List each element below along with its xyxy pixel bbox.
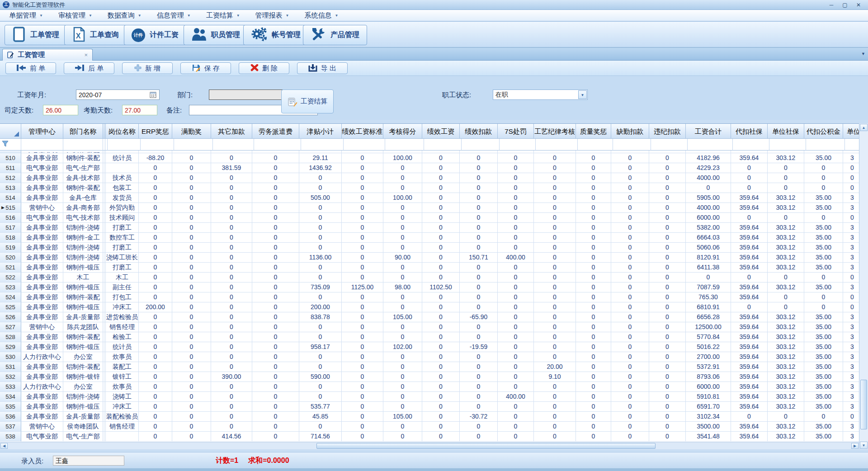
row-number-cell[interactable]: 521 <box>0 263 21 273</box>
table-row[interactable]: 513金具事业部钢制件-装配包装工0000000000000000000 <box>0 183 859 193</box>
column-header-11[interactable]: 考核得分 <box>383 124 422 139</box>
tab-salary-management[interactable]: 工资管理 × <box>2 49 93 61</box>
table-row[interactable]: 514金具事业部金具-仓库发货员0000505.000100.000000000… <box>0 193 859 203</box>
column-header-18[interactable]: 违纪扣款 <box>649 124 686 139</box>
filter-cell-12[interactable] <box>424 139 462 151</box>
menu-item-0[interactable]: 单据管理▼ <box>5 10 47 21</box>
table-row[interactable]: 526金具事业部金具-质量部进货检验员0000838.780105.000-65… <box>0 312 859 322</box>
horizontal-scrollbar[interactable]: ◀ ▶ <box>0 442 859 449</box>
row-number-cell[interactable]: 526 <box>0 312 21 322</box>
row-number-cell[interactable]: 537 <box>0 422 21 432</box>
row-number-cell[interactable]: 536 <box>0 412 21 422</box>
row-number-cell[interactable]: 520 <box>0 253 21 263</box>
toolbar-button-people[interactable]: 职员管理 <box>184 25 248 45</box>
table-row[interactable]: 520金具事业部铝制件-浇铸浇铸工班长00001136.00090.000150… <box>0 253 859 263</box>
row-number-cell[interactable]: 510 <box>0 153 21 163</box>
filter-cell-1[interactable] <box>63 139 103 151</box>
column-header-23[interactable]: 单位 <box>843 124 859 139</box>
table-row[interactable]: 531金具事业部铝制件-装配装配工000000000020.000005372.… <box>0 362 859 372</box>
column-header-12[interactable]: 绩效工资 <box>422 124 460 139</box>
table-row[interactable]: 512金具事业部金具-技术部技术员000000000000004000.0000… <box>0 173 859 183</box>
grid-corner-cell[interactable] <box>0 124 21 139</box>
filter-cell-16[interactable] <box>578 139 613 151</box>
scroll-down-icon[interactable]: ▼ <box>860 442 868 449</box>
menu-item-6[interactable]: 系统信息▼ <box>300 10 343 21</box>
table-row[interactable]: 537营销中心侯奇峰团队销售经理000000000000003500.00359… <box>0 422 859 432</box>
row-number-cell[interactable]: 524 <box>0 292 21 302</box>
tab-overflow-icon[interactable]: ▼ <box>861 52 865 56</box>
filter-cell-7[interactable] <box>213 139 254 151</box>
row-number-cell[interactable]: 534 <box>0 392 21 402</box>
column-header-21[interactable]: 单位社保 <box>768 124 804 139</box>
table-row[interactable]: 510金具事业部钢制件-装配统计员-88.2000029.110100.0000… <box>0 153 859 163</box>
filter-cell-20[interactable] <box>733 139 769 151</box>
filter-row-funnel-cell[interactable] <box>0 139 21 151</box>
record-button-delete[interactable]: 删 除 <box>239 62 289 74</box>
row-number-cell[interactable]: 518 <box>0 233 21 243</box>
filter-cell-4[interactable] <box>108 139 141 151</box>
toolbar-button-piecework-circle[interactable]: 计件计件工资 <box>124 25 186 45</box>
filter-cell-15[interactable] <box>536 139 578 151</box>
column-header-16[interactable]: 质量奖惩 <box>576 124 611 139</box>
row-number-cell[interactable]: 523 <box>0 283 21 292</box>
table-row[interactable]: 530人力行政中心办公室炊事员000000000000002700.00359.… <box>0 352 859 362</box>
table-row[interactable]: 517金具事业部铝制件-浇铸打磨工000000000000005382.0035… <box>0 223 859 233</box>
column-header-4[interactable]: 岗位名称 <box>106 124 139 139</box>
filter-cell-13[interactable] <box>462 139 500 151</box>
vertical-scrollbar[interactable]: ▲ ▼ <box>859 123 868 449</box>
table-row[interactable]: 538电气事业部电气-生产部00414.560714.5600000000035… <box>0 432 859 442</box>
maximize-icon[interactable]: ▢ <box>838 1 852 9</box>
filter-cell-9[interactable] <box>301 139 344 151</box>
row-number-cell[interactable]: ▶515 <box>0 203 21 213</box>
scroll-up-icon[interactable]: ▲ <box>860 124 868 131</box>
operator-field[interactable]: 王鑫 <box>53 456 124 466</box>
table-row[interactable]: 511电气事业部电气-生产部00381.5901436.920000000004… <box>0 163 859 173</box>
table-row[interactable]: 522金具事业部木工木工0000000000000000000 <box>0 273 859 283</box>
row-number-cell[interactable]: 516 <box>0 213 21 223</box>
salary-month-input[interactable]: 2020-07 <box>76 89 160 100</box>
menu-item-1[interactable]: 审核管理▼ <box>54 10 97 21</box>
filter-cell-21[interactable] <box>769 139 806 151</box>
column-header-8[interactable]: 劳务派遣费 <box>252 124 299 139</box>
column-header-22[interactable]: 代扣公积金 <box>804 124 843 139</box>
filter-cell-19[interactable] <box>688 139 733 151</box>
table-row[interactable]: 532金具事业部钢制件-镀锌镀锌工00390.000590.00000009.1… <box>0 372 859 382</box>
record-button-add[interactable]: 新 增 <box>122 62 173 74</box>
tab-close-icon[interactable]: × <box>84 52 88 58</box>
row-number-cell[interactable]: 514 <box>0 193 21 203</box>
table-row[interactable]: 525金具事业部钢制件-锻压冲床工200.00000200.0000000000… <box>0 302 859 312</box>
column-header-9[interactable]: 津贴小计 <box>299 124 342 139</box>
column-header-10[interactable]: 绩效工资标准 <box>342 124 383 139</box>
row-number-cell[interactable]: 513 <box>0 183 21 193</box>
row-number-cell[interactable]: 531 <box>0 362 21 372</box>
table-row[interactable]: 523金具事业部钢制件-锻压副主任0000735.091125.0098.001… <box>0 283 859 292</box>
minimize-icon[interactable]: ─ <box>825 1 838 9</box>
table-row[interactable]: ▶515营销中心金具-商务部外贸内勤000000000000004000.003… <box>0 203 859 213</box>
close-icon[interactable]: ✕ <box>852 1 865 9</box>
chevron-down-icon[interactable]: ▼ <box>578 90 587 99</box>
table-row[interactable]: 524金具事业部钢制件-装配打包工00000000000000765.30359… <box>0 292 859 302</box>
calendar-icon[interactable] <box>150 91 157 99</box>
filter-cell-23[interactable] <box>845 139 859 151</box>
column-header-19[interactable]: 工资合计 <box>686 124 731 139</box>
column-header-7[interactable]: 其它加款 <box>211 124 252 139</box>
table-row[interactable]: 518金具事业部钢制件-金工数控车工000000000000006664.033… <box>0 233 859 243</box>
row-number-cell[interactable]: 512 <box>0 173 21 183</box>
table-row[interactable]: 529金具事业部钢制件-锻压统计员0000958.170102.000-19.5… <box>0 342 859 352</box>
fixed-days-input[interactable]: 26.00 <box>43 105 78 115</box>
column-header-5[interactable]: ERP奖惩 <box>139 124 172 139</box>
filter-cell-10[interactable] <box>344 139 385 151</box>
record-button-next-record[interactable]: 后 单 <box>64 62 114 74</box>
menu-item-5[interactable]: 管理报表▼ <box>251 10 294 21</box>
salary-settle-button[interactable]: 工资结算 <box>281 89 334 113</box>
table-row[interactable]: 519金具事业部铝制件-浇铸打磨工000000000000005060.0635… <box>0 243 859 253</box>
table-row[interactable]: 535金具事业部钢制件-锻压冲床工0000535.770000000006591… <box>0 402 859 412</box>
row-number-cell[interactable]: 522 <box>0 273 21 283</box>
record-button-prev-record[interactable]: 前 单 <box>5 62 56 74</box>
row-number-cell[interactable]: 530 <box>0 352 21 362</box>
attendance-days-input[interactable]: 27.00 <box>122 105 157 115</box>
toolbar-button-document[interactable]: 工单管理 <box>5 25 67 45</box>
row-number-cell[interactable]: 527 <box>0 322 21 332</box>
table-row[interactable]: 527营销中心陈兵龙团队销售经理0000000000000012500.0035… <box>0 322 859 332</box>
horizontal-scroll-thumb[interactable] <box>316 443 656 449</box>
